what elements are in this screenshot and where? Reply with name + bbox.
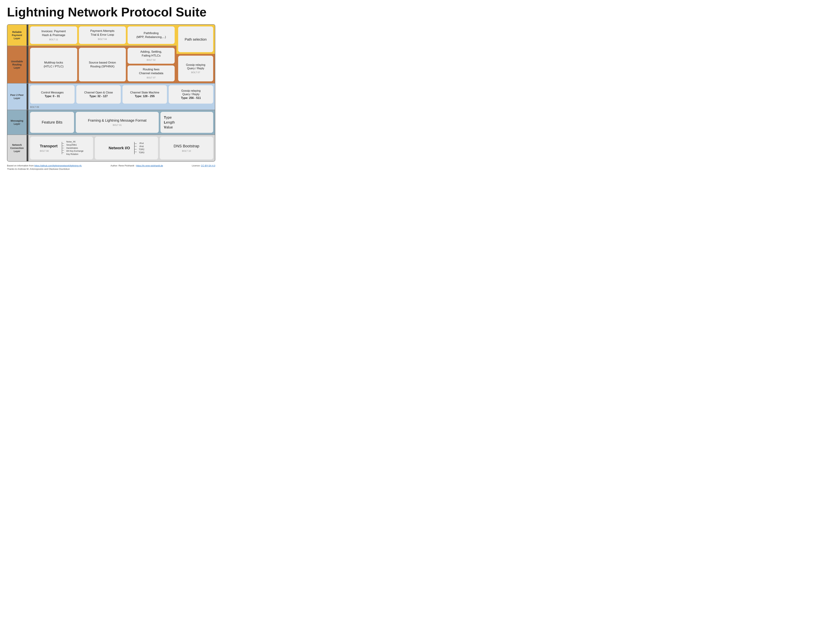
tlv-v: Value [164, 125, 173, 129]
transport-branch-4: DH Key Exchange [66, 150, 84, 153]
right-path-col: Path selection Gossip relayingQuery / Re… [177, 25, 215, 83]
transport-branch-5: Key Rotation [66, 153, 84, 156]
card-gossip-bolt: BOLT 07 [191, 71, 200, 74]
card-payment-bolt: BOLT 04 [98, 38, 107, 41]
card-framing: Framing & Lightning Message Format BOLT … [76, 112, 159, 133]
p2p-content: Control Messages Type: 0 - 31 Channel Op… [28, 84, 215, 110]
card-onion: Source based OnionRouting (SPHINX) [79, 48, 126, 81]
p2p-row: Peer 2 Peer Layer Control Messages Type:… [7, 84, 215, 110]
messaging-cards: Feature Bits Framing & Lightning Message… [28, 110, 215, 134]
vertical-bar-reliable [27, 25, 28, 46]
networkio-branch-3: TOR2 [139, 148, 144, 151]
vertical-bar-messaging [27, 110, 28, 134]
unreliable-label: Unreliable Routing Layer [7, 46, 27, 83]
unreliable-content: Multihop locks(HTLC / PTLC) Source based… [28, 46, 177, 83]
card-transport: Transport BOLT 08 Noise_XK Secp256k1 Han… [30, 137, 93, 159]
card-routingfees-title: Routing feesChannel metadata [139, 68, 163, 75]
card-payment-title: Payment AttemptsTrial & Error Loop [90, 29, 114, 37]
card-tlv: Type Length Value [161, 112, 213, 133]
card-featurebits-title: Feature Bits [42, 120, 63, 125]
footer-left-link-text: https://github.com/lightningnetwork/ligh… [34, 164, 82, 167]
p2p-cards: Control Messages Type: 0 - 31 Channel Op… [28, 84, 215, 105]
footer-right-link[interactable]: CC-BY-SA 4.0 [201, 164, 215, 167]
dns-bolt: BOLT 10 [182, 150, 191, 153]
card-gossip-unreliable: Gossip relayingQuery / Reply BOLT 07 [178, 56, 213, 81]
networkio-title: Network I/O [109, 145, 130, 151]
gossip-area: Gossip relayingQuery / Reply BOLT 07 [177, 54, 215, 83]
transport-branch-1: Noise_XK [66, 141, 84, 143]
networkio-branches: IPv4 IPv6 TOR2 TOR3 [139, 142, 144, 154]
tlv-l: Length [164, 120, 175, 125]
card-gossip-title: Gossip relayingQuery / Reply [186, 63, 205, 71]
rel-unrel-rows: Reliable Payment Layer Invoices: Payment… [7, 25, 177, 83]
card-gossip-p2p-bold: Type: 256 - 511 [181, 96, 201, 100]
card-channel-open: Channel Open & Close Type: 32 - 127 [76, 85, 121, 104]
footer-center-link-text: https://ln.rene-pickhardt.de [136, 164, 163, 167]
networkio-branch-2: IPv6 [139, 145, 144, 148]
card-pathfinding: Pathfinding(MPP, Rebalancing,...) [128, 27, 175, 44]
footer-center-text: Author: Rene Pickhardt - [111, 164, 136, 167]
card-chanstate-bold: Type: 128 - 255 [135, 95, 155, 98]
card-feature-bits: Feature Bits [30, 112, 74, 133]
page-title: Lightning Network Protocol Suite [7, 5, 215, 19]
transport-left: Transport BOLT 08 [40, 144, 57, 153]
card-path-selection: Path selection [178, 27, 213, 52]
footer-center: Author: Rene Pickhardt - https://ln.rene… [111, 164, 163, 167]
tlv-t: Type [164, 115, 172, 120]
dns-title: DNS Bootstrap [174, 144, 199, 149]
card-htlcs-bolt: BOLT 02 [147, 58, 156, 62]
card-payment-attempts: Payment AttemptsTrial & Error Loop BOLT … [79, 27, 126, 44]
diagram: Reliable Payment Layer Invoices: Payment… [7, 24, 215, 161]
card-framing-title: Framing & Lightning Message Format [88, 118, 147, 123]
vertical-bar-network [27, 135, 28, 161]
card-invoices-title: Invoices: PaymentHash & Preimage [41, 29, 66, 37]
card-routingfees-bolt: BOLT 07 [147, 76, 156, 79]
footer-thanks: Thanks to Andreas M. Antonopoulos and Ol… [7, 167, 215, 170]
card-onion-title: Source based OnionRouting (SPHINX) [89, 61, 116, 68]
transport-branch-2: Secp256k1 [66, 144, 84, 147]
network-content: Transport BOLT 08 Noise_XK Secp256k1 Han… [28, 135, 215, 161]
card-chanopen-title: Channel Open & Close [84, 91, 113, 95]
messaging-content: Feature Bits Framing & Lightning Message… [28, 110, 215, 134]
card-multihop-title: Multihop locks(HTLC / PTLC) [44, 61, 63, 68]
transport-bolt: BOLT 08 [40, 150, 57, 153]
card-gossip-p2p-title: Gossip relayingQuery / Reply [181, 89, 201, 96]
footer-left: Based on information from https://github… [7, 164, 82, 167]
card-multihop: Multihop locks(HTLC / PTLC) [30, 48, 77, 81]
card-dns: DNS Bootstrap BOLT 10 [160, 137, 213, 159]
p2p-label: Peer 2 Peer Layer [7, 84, 27, 110]
vertical-bar-unreliable [27, 46, 28, 83]
unreliable-right-group: Adding, Settling,Failing HTLCs BOLT 02 R… [128, 48, 175, 81]
networkio-arrow-icon [132, 142, 137, 154]
card-framing-bolt: BOLT 01 [113, 124, 122, 127]
footer-main-line: Based on information from https://github… [7, 164, 215, 167]
network-label: Network Connection Layer [7, 135, 27, 161]
unreliable-row: Unreliable Routing Layer Multihop locks(… [7, 46, 177, 83]
messaging-row: Messaging Layer Feature Bits Framing & L… [7, 110, 215, 134]
transport-title: Transport [40, 144, 57, 149]
network-row: Network Connection Layer Transport BOLT … [7, 135, 215, 161]
footer-left-link[interactable]: https://github.com/lightningnetwork/ligh… [34, 164, 82, 167]
card-control-title: Control Messages [41, 91, 64, 95]
footer-right: Licence: CC-BY-SA 4.0 [192, 164, 215, 167]
card-gossip-p2p: Gossip relayingQuery / Reply Type: 256 -… [169, 85, 213, 104]
card-htlcs-title: Adding, Settling,Failing HTLCs [141, 50, 162, 58]
card-routing-fees: Routing feesChannel metadata BOLT 07 [128, 65, 175, 81]
vertical-bar-p2p [27, 84, 28, 110]
path-selection-text: Path selection [185, 37, 207, 42]
footer-left-text: Based on information from [7, 164, 34, 167]
card-control-msgs: Control Messages Type: 0 - 31 [30, 85, 74, 104]
reliable-row: Reliable Payment Layer Invoices: Payment… [7, 25, 177, 46]
card-control-bold: Type: 0 - 31 [45, 95, 60, 98]
transport-branches: Noise_XK Secp256k1 Handshakes DH Key Exc… [66, 141, 84, 156]
card-networkio: Network I/O IPv4 IPv6 TOR2 TOR3 [95, 137, 158, 159]
p2p-bolt-label: BOLT 09 [28, 105, 215, 110]
networkio-branch-1: IPv4 [139, 142, 144, 145]
card-htlcs: Adding, Settling,Failing HTLCs BOLT 02 [128, 48, 175, 64]
card-chanstate-title: Channel State Machine [130, 91, 159, 95]
transport-branch-3: Handshakes [66, 147, 84, 150]
footer-center-link[interactable]: https://ln.rene-pickhardt.de [136, 164, 163, 167]
footer-right-link-text: CC-BY-SA 4.0 [201, 164, 215, 167]
card-channel-state: Channel State Machine Type: 128 - 255 [123, 85, 167, 104]
card-invoices: Invoices: PaymentHash & Preimage BOLT 11 [30, 27, 77, 44]
